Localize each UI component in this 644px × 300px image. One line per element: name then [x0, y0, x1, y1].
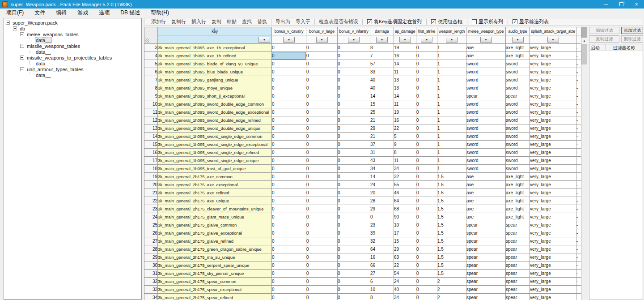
toolbar-checkbox[interactable]: 显示所有列: [469, 18, 506, 25]
grid-cell[interactable]: 1.5: [437, 205, 466, 213]
clipped-cell[interactable]: -: [576, 245, 581, 253]
menu-item[interactable]: 编辑: [51, 9, 72, 17]
grid-cell[interactable]: very_large: [530, 165, 576, 173]
grid-cell[interactable]: 0: [272, 165, 306, 173]
grid-cell[interactable]: 0: [272, 84, 306, 92]
grid-cell[interactable]: 0: [272, 221, 306, 229]
grid-cell[interactable]: 90: [394, 213, 416, 221]
toolbar-button[interactable]: 复制: [209, 18, 224, 25]
grid-cell[interactable]: sword: [506, 124, 530, 133]
row-header[interactable]: 30: [144, 261, 158, 270]
grid-cell[interactable]: axe: [466, 205, 506, 213]
grid-cell[interactable]: 0: [338, 108, 370, 116]
grid-cell[interactable]: 29: [370, 205, 394, 213]
key-cell[interactable]: 3k_main_general_1h095_sword_double_edge_…: [158, 100, 272, 108]
grid-cell[interactable]: 0: [306, 165, 338, 173]
grid-cell[interactable]: 0: [338, 181, 370, 189]
grid-cell[interactable]: 0: [416, 92, 437, 100]
grid-cell[interactable]: very_large: [530, 116, 576, 124]
grid-corner-cell[interactable]: [144, 27, 158, 44]
grid-cell[interactable]: sword: [506, 165, 530, 173]
column-header[interactable]: damage: [370, 27, 394, 35]
grid-cell[interactable]: 9: [394, 141, 416, 149]
grid-cell[interactable]: 0: [272, 68, 306, 76]
grid-cell[interactable]: 0: [306, 157, 338, 165]
key-cell[interactable]: 3k_main_general_1h095_sword_single_edge_…: [158, 133, 272, 141]
grid-cell[interactable]: 8: [370, 44, 394, 52]
grid-cell[interactable]: very_large: [530, 44, 576, 52]
grid-cell[interactable]: 0: [272, 124, 306, 133]
grid-cell[interactable]: sword: [506, 116, 530, 124]
row-header[interactable]: 7: [144, 76, 158, 84]
grid-cell[interactable]: very_large: [530, 221, 576, 229]
grid-cell[interactable]: 19: [394, 108, 416, 116]
grid-cell[interactable]: axe: [466, 189, 506, 197]
tree-node[interactable]: super_Weapon.pack: [4, 20, 141, 26]
column-header[interactable]: key▲: [158, 27, 272, 35]
grid-cell[interactable]: 0: [338, 165, 370, 173]
grid-cell[interactable]: 11: [394, 68, 416, 76]
grid-cell[interactable]: sword: [466, 124, 506, 133]
grid-cell[interactable]: 34: [370, 165, 394, 173]
grid-cell[interactable]: 0: [272, 245, 306, 253]
scrollbar-thumb[interactable]: [581, 44, 587, 64]
row-header[interactable]: 14: [144, 133, 158, 141]
grid-cell[interactable]: 0: [306, 60, 338, 68]
column-header[interactable]: bonus_v_cavalry: [272, 27, 306, 35]
toolbar-checkbox[interactable]: ✓将Key选项固定在首列: [364, 18, 425, 25]
grid-cell[interactable]: sword: [466, 84, 506, 92]
grid-cell[interactable]: very_large: [530, 52, 576, 60]
menu-item[interactable]: 游戏: [72, 9, 93, 17]
grid-cell[interactable]: 0: [416, 245, 437, 253]
key-cell[interactable]: 3k_main_general_2h175_spear_common: [158, 278, 272, 286]
grid-cell[interactable]: 22: [394, 124, 416, 133]
grid-cell[interactable]: very_large: [530, 157, 576, 165]
filter-dropdown-button[interactable]: ▼: [316, 37, 328, 43]
grid-cell[interactable]: 0: [306, 100, 338, 108]
toolbar-button[interactable]: 导出为: [273, 18, 293, 25]
grid-cell[interactable]: spear: [466, 221, 506, 229]
grid-cell[interactable]: sword: [506, 133, 530, 141]
grid-cell[interactable]: 7: [370, 52, 394, 60]
key-cell[interactable]: 3k_main_general_2h175_spear_exceptional: [158, 286, 272, 294]
toolbar-grip-icon[interactable]: [145, 19, 147, 25]
row-header[interactable]: 18: [144, 165, 158, 173]
grid-cell[interactable]: 0: [272, 205, 306, 213]
grid-cell[interactable]: 1.5: [437, 173, 466, 181]
grid-cell[interactable]: spear: [506, 237, 530, 245]
grid-cell[interactable]: 14: [394, 92, 416, 100]
grid-cell[interactable]: 1.5: [437, 181, 466, 189]
clipped-cell[interactable]: -: [576, 261, 581, 270]
grid-cell[interactable]: 0: [416, 165, 437, 173]
grid-cell[interactable]: spear: [506, 253, 530, 261]
grid-cell[interactable]: 64: [394, 197, 416, 205]
grid-cell[interactable]: 0: [306, 278, 338, 286]
row-header[interactable]: 19: [144, 173, 158, 181]
grid-cell[interactable]: 0: [416, 84, 437, 92]
row-header[interactable]: 31: [144, 270, 158, 278]
grid-cell[interactable]: axe: [466, 213, 506, 221]
clipped-cell[interactable]: -: [576, 237, 581, 245]
grid-cell[interactable]: 0: [416, 253, 437, 261]
grid-cell[interactable]: 0: [338, 189, 370, 197]
grid-cell[interactable]: 1.5: [437, 213, 466, 221]
row-header[interactable]: 29: [144, 253, 158, 261]
grid-cell[interactable]: very_large: [530, 205, 576, 213]
toolbar-button[interactable]: 粘贴: [224, 18, 239, 25]
key-cell[interactable]: 3k_main_general_1h095_axe_1h_exceptional: [158, 44, 272, 52]
toolbar-button[interactable]: 插入行: [189, 18, 209, 25]
grid-cell[interactable]: sword: [466, 76, 506, 84]
menu-item[interactable]: 项目(F): [1, 9, 29, 17]
grid-cell[interactable]: 11: [394, 157, 416, 165]
grid-cell[interactable]: 0: [272, 60, 306, 68]
row-header[interactable]: 6: [144, 68, 158, 76]
grid-cell[interactable]: 46: [394, 189, 416, 197]
clipped-cell[interactable]: -: [576, 157, 581, 165]
row-header[interactable]: 4: [144, 52, 158, 60]
grid-cell[interactable]: 0: [416, 189, 437, 197]
grid-cell[interactable]: 0: [272, 286, 306, 294]
grid-cell[interactable]: 0: [306, 229, 338, 237]
grid-cell[interactable]: axe_light: [506, 44, 530, 52]
row-header[interactable]: 21: [144, 189, 158, 197]
grid-cell[interactable]: 0: [338, 60, 370, 68]
